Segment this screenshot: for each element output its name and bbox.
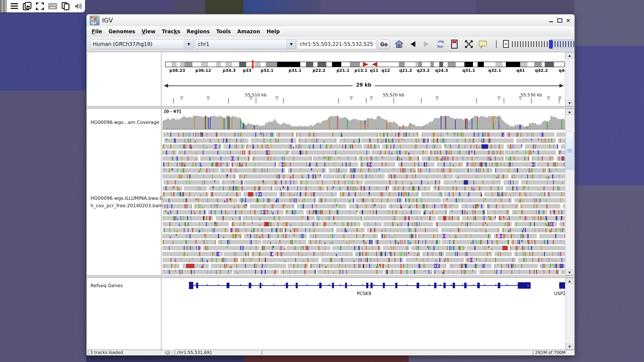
exon[interactable] [319,283,322,288]
exon[interactable] [416,283,419,288]
scroll-down-icon[interactable]: ▼ [566,344,574,350]
panel-splitter[interactable] [87,275,574,278]
exon[interactable] [366,283,368,288]
genome-select-value: Human (GRCh37/hg19) [90,41,184,47]
exon[interactable] [464,283,466,288]
go-button[interactable]: Go [378,39,390,49]
exon[interactable] [498,283,500,288]
scrollbar-thumb[interactable] [566,132,574,170]
scroll-down-icon[interactable]: ▼ [566,269,574,275]
home-icon[interactable] [394,39,404,49]
zoom-tick [539,41,539,47]
forward-icon[interactable] [421,39,432,49]
close-button[interactable]: ✕ [564,17,572,23]
scroll-up-icon[interactable]: ▲ [566,109,574,115]
gene-body-usp24[interactable] [559,282,565,289]
minimize-button[interactable] [548,17,555,23]
alignment-panel-scrollbar[interactable]: ▲ ▼ [565,109,574,276]
menu-tracks[interactable]: Tracks [159,27,184,36]
exon[interactable] [286,283,288,288]
zoom-slider[interactable] [512,39,575,49]
gene-label-pcsk9[interactable]: PCSK9 [357,291,371,296]
ruler-marker-icon [180,96,184,101]
zoom-tick [512,41,513,47]
scroll-down-icon[interactable]: ▼ [566,100,574,106]
exon[interactable]: › [518,282,530,289]
scroll-up-icon[interactable]: ▲ [566,52,574,58]
fullscreen-icon[interactable] [35,1,45,11]
chromosome-select[interactable]: chr1 ▼ [195,39,296,49]
resize-to-window-icon[interactable] [464,39,474,49]
exon[interactable] [189,282,193,289]
strand-arrow-icon: › [362,282,364,287]
scroll-up-icon[interactable]: ▲ [566,278,574,284]
chevron-down-icon[interactable]: ▼ [184,39,193,49]
exon[interactable] [477,283,480,288]
locus-panel-scrollbar[interactable]: ▲ ▼ [565,52,574,106]
alignment-track-name-line1[interactable]: HG00096.wgs.ILLUMINA.bwa.G [90,195,163,201]
desktop-patch [86,355,244,362]
ruler-tick [531,98,532,103]
audio-icon[interactable] [74,1,83,11]
locus-input[interactable]: chr1:55,503,221-55,532,525 [297,39,376,49]
menu-genomes[interactable]: Genomes [105,27,138,36]
panel-splitter[interactable] [87,106,574,108]
gene-track[interactable]: ›››››››››››››››››››››››››››››››PCSK9USP2… [162,278,565,301]
main-toolbar: Human (GRCh37/hg19) ▼ chr1 ▼ chr1:55,503… [87,37,574,52]
copy-icon[interactable] [61,1,70,11]
refresh-icon[interactable] [435,39,446,49]
locus-panel-name-column [87,52,161,106]
exon[interactable] [395,283,398,288]
genome-select[interactable]: Human (GRCh37/hg19) ▼ [90,39,194,49]
menu-amazon[interactable]: Amazon [234,27,263,36]
zoom-tick [518,41,518,47]
exon[interactable] [249,283,251,288]
drag-handle-icon[interactable] [0,0,6,12]
coverage-track-name[interactable]: HG00096.wgs...am Coverage [90,120,159,125]
exon[interactable] [370,283,372,288]
exon[interactable] [383,283,385,288]
coverage-track-canvas[interactable] [162,114,565,130]
memory-status[interactable]: 291M of 700M [533,350,574,355]
zoom-slider-thumb[interactable] [549,40,552,49]
cytoband [439,62,443,67]
exon[interactable] [196,283,198,288]
exon[interactable] [226,283,229,288]
exon[interactable] [444,283,446,288]
exon[interactable] [434,283,436,288]
alignment-track-name-line2[interactable]: h_cov_pcr_free.20140203.bam [90,203,163,208]
locus-panel-data[interactable]: p36.23p36.12p34.3p33p32.1p31.1p22.2p21.1… [162,52,565,106]
strand-arrow-icon: › [262,282,264,287]
gene-label-usp24[interactable]: USP24 [554,291,565,296]
alignment-pileup-canvas[interactable] [162,132,565,276]
chevron-down-icon[interactable]: ▼ [286,39,296,49]
coverage-range-label: [0 - 67] [164,109,181,114]
back-icon[interactable] [408,39,418,49]
exon[interactable] [345,283,347,288]
chromosome-ideogram[interactable] [165,62,564,67]
feature-panel-scrollbar[interactable]: ▲ ▼ [565,278,574,350]
menu-regions[interactable]: Regions [184,27,213,36]
menu-view[interactable]: View [138,27,159,36]
menu-help[interactable]: Help [263,27,283,36]
title-bar[interactable]: igv IGV ✕ [87,14,574,26]
exon[interactable] [453,283,455,288]
exon[interactable] [296,283,298,288]
cytoband [341,62,350,67]
cytoband [456,62,464,67]
screenshot-icon[interactable] [22,1,32,11]
gene-track-name[interactable]: Refseq Genes [90,283,123,288]
chromosome-view-icon[interactable] [449,39,460,49]
ruler-tick [394,98,394,103]
maximize-button[interactable] [556,17,563,23]
exon[interactable] [260,283,261,288]
menu-file[interactable]: File [88,27,105,36]
menu-icon[interactable] [10,1,19,11]
ruler-tick [421,98,422,103]
exon[interactable] [332,283,334,288]
strand-arrow-icon: › [217,282,219,287]
region-tool-icon[interactable] [478,39,488,49]
zoom-out-button[interactable] [503,40,509,48]
keyboard-icon[interactable] [48,1,58,11]
menu-tools[interactable]: Tools [213,27,234,36]
